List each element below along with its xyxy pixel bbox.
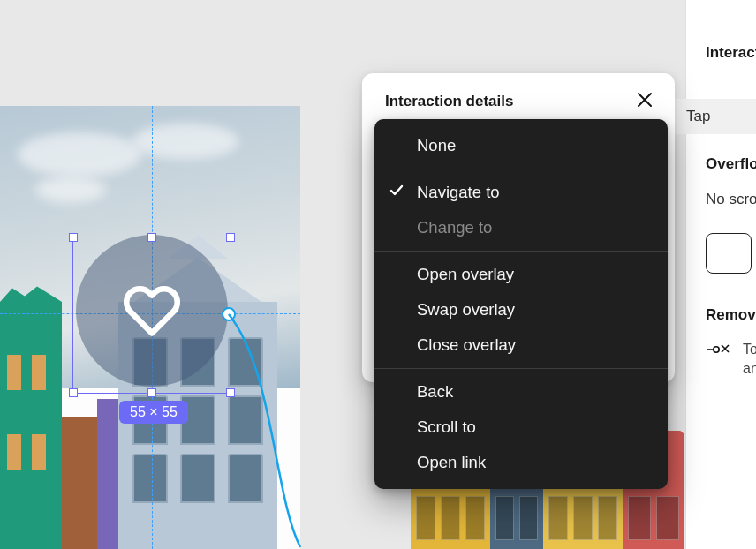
dropdown-item-navigate-to[interactable]: Navigate to (374, 175, 668, 210)
dropdown-item-label: Change to (417, 218, 492, 237)
decorative-cloud (132, 124, 238, 159)
remove-connection-header: Removing a connection (706, 306, 756, 324)
check-icon (389, 183, 404, 203)
selected-layer-favorite-button[interactable] (76, 235, 228, 387)
dropdown-item-open-link[interactable]: Open link (374, 445, 668, 480)
dropdown-item-label: None (417, 136, 456, 155)
interaction-trigger-row[interactable]: Tap (667, 99, 756, 134)
dropdown-item-none[interactable]: None (374, 128, 668, 163)
dropdown-item-close-overlay[interactable]: Close overlay (374, 327, 668, 363)
dropdown-separator (374, 251, 668, 252)
dropdown-item-scroll-to[interactable]: Scroll to (374, 410, 668, 445)
dropdown-item-back[interactable]: Back (374, 374, 668, 410)
dropdown-item-change-to: Change to (374, 210, 668, 245)
dropdown-item-label: Scroll to (417, 417, 476, 437)
building (0, 302, 62, 549)
dropdown-separator (374, 169, 668, 169)
building (62, 417, 97, 549)
dropdown-item-open-overlay[interactable]: Open overlay (374, 257, 668, 292)
dropdown-item-label: Back (417, 382, 453, 402)
dropdown-item-label: Open overlay (417, 265, 514, 284)
dropdown-item-label: Close overlay (417, 335, 516, 355)
prototype-connection-handle[interactable] (222, 307, 236, 321)
close-button[interactable] (632, 89, 657, 114)
popover-title: Interaction details (385, 93, 513, 110)
dropdown-item-label: Open link (417, 453, 486, 472)
decorative-cloud (18, 132, 141, 177)
remove-connection-help-text: To delete a connection, click and drag e… (743, 340, 756, 380)
remove-connection-icon (706, 340, 730, 363)
properties-sidebar: Interactions Tap Overflow No scrolling R… (685, 0, 756, 549)
dropdown-separator (374, 368, 668, 369)
dropdown-item-label: Navigate to (417, 183, 500, 202)
design-canvas[interactable]: 55 × 55 Interaction (0, 0, 756, 549)
dropdown-item-label: Swap overlay (417, 300, 515, 320)
overflow-section-header: Overflow (706, 155, 756, 173)
action-type-dropdown: None Navigate to Change to Open overlay … (374, 119, 668, 489)
close-icon (637, 92, 653, 111)
interactions-section-header: Interactions (706, 44, 756, 62)
overflow-value[interactable]: No scrolling (706, 191, 756, 208)
dropdown-item-swap-overlay[interactable]: Swap overlay (374, 292, 668, 327)
heart-icon (123, 282, 181, 340)
sidebar-button[interactable] (706, 233, 752, 274)
selection-dimensions-badge: 55 × 55 (119, 401, 188, 424)
building (97, 399, 118, 549)
decorative-cloud (35, 177, 106, 203)
